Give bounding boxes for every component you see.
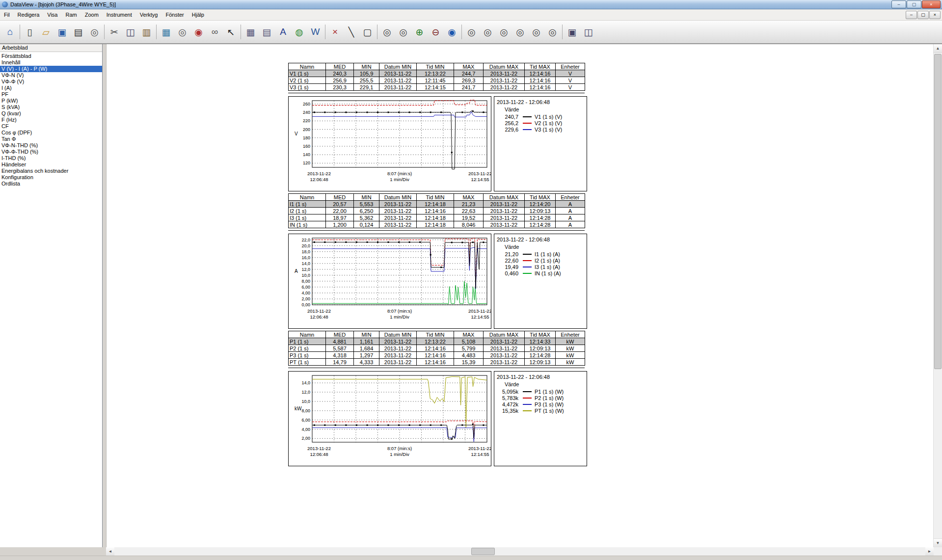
vertical-scrollbar[interactable]: ▲ ▼ bbox=[933, 44, 942, 547]
scroll-up-arrow[interactable]: ▲ bbox=[934, 44, 942, 53]
insert-report-button[interactable]: ▤ bbox=[259, 23, 275, 41]
delete-frame-button[interactable]: × bbox=[327, 23, 343, 41]
print-preview-button[interactable]: ◎ bbox=[86, 23, 103, 41]
horizontal-scrollbar[interactable] bbox=[114, 547, 925, 556]
worksheet-item-8[interactable]: P (kW) bbox=[0, 98, 102, 104]
worksheet-item-13[interactable]: Cos φ (DPF) bbox=[0, 130, 102, 136]
worksheet-item-10[interactable]: Q (kvar) bbox=[0, 110, 102, 117]
cut-button[interactable]: ✂ bbox=[106, 23, 122, 41]
table-row[interactable]: I1 (1 s)20,575,5532013-11-2212:14:1821,2… bbox=[289, 201, 585, 208]
table-cell: 12:14:28 bbox=[525, 352, 556, 359]
print-button[interactable]: ▤ bbox=[70, 23, 86, 41]
zoom-fit-button[interactable]: ◎ bbox=[512, 23, 528, 41]
mdi-minimize-button[interactable]: – bbox=[906, 11, 917, 19]
menu-item-6[interactable]: Instrument bbox=[103, 10, 136, 19]
select-arrow-button[interactable]: ↖ bbox=[223, 23, 239, 41]
menu-item-9[interactable]: Hjälp bbox=[188, 10, 208, 19]
zoom-next-button[interactable]: ◎ bbox=[480, 23, 496, 41]
worksheet-item-20[interactable]: Konfiguration bbox=[0, 174, 102, 181]
worksheet-item-19[interactable]: Energibalans och kostnader bbox=[0, 168, 102, 174]
zoom-1-to-1-button[interactable]: ◎ bbox=[496, 23, 512, 41]
table-cell: 2013-11-22 bbox=[379, 345, 417, 352]
worksheet-item-9[interactable]: S (kVA) bbox=[0, 104, 102, 110]
home-button[interactable]: ⌂ bbox=[2, 23, 18, 41]
table-row[interactable]: PT (1 s)14,794,3332013-11-2212:14:1615,3… bbox=[289, 359, 585, 366]
zoom-in-button[interactable]: ⊕ bbox=[411, 23, 428, 41]
table-cell: 2013-11-22 bbox=[484, 359, 525, 366]
zoom-all-button[interactable]: ◎ bbox=[544, 23, 561, 41]
worksheet-item-4[interactable]: VΦ-N (V) bbox=[0, 72, 102, 79]
menu-item-2[interactable]: Redigera bbox=[14, 10, 44, 19]
worksheet-item-14[interactable]: Tan Φ bbox=[0, 136, 102, 142]
table-cell: 241,7 bbox=[454, 84, 484, 91]
worksheet-item-17[interactable]: I-THD (%) bbox=[0, 155, 102, 161]
zoom-dynamic-button[interactable]: ◎ bbox=[395, 23, 411, 41]
minimize-button[interactable]: – bbox=[891, 0, 906, 8]
copy-button[interactable]: ◫ bbox=[122, 23, 138, 41]
table-row[interactable]: I2 (1 s)22,006,2502013-11-2212:14:1622,6… bbox=[289, 208, 585, 214]
insert-grid-button[interactable]: ▦ bbox=[242, 23, 259, 41]
table-row[interactable]: P1 (1 s)4,8811,1612013-11-2212:13:225,10… bbox=[289, 338, 585, 345]
worksheet-item-18[interactable]: Händelser bbox=[0, 161, 102, 168]
panel-splitter[interactable] bbox=[103, 44, 107, 547]
worksheet-item-11[interactable]: F (Hz) bbox=[0, 117, 102, 123]
cascade-windows-button[interactable]: ▣ bbox=[564, 23, 580, 41]
paste-button[interactable]: ▥ bbox=[138, 23, 155, 41]
table-row[interactable]: P2 (1 s)5,5871,6842013-11-2212:14:165,79… bbox=[289, 345, 585, 352]
worksheet-item-12[interactable]: CF bbox=[0, 123, 102, 130]
worksheet-item-21[interactable]: Ordlista bbox=[0, 181, 102, 187]
close-button[interactable]: × bbox=[922, 0, 941, 8]
menu-item-1[interactable]: Fil bbox=[0, 10, 14, 19]
legend-line-swatch bbox=[523, 410, 532, 411]
scroll-right-arrow[interactable]: ► bbox=[925, 547, 934, 556]
zoom-target-button[interactable]: ◉ bbox=[444, 23, 460, 41]
mdi-restore-button[interactable]: ▢ bbox=[917, 11, 929, 19]
crop-tool-button[interactable]: ▢ bbox=[359, 23, 376, 41]
insert-frame-button[interactable]: ▦ bbox=[158, 23, 174, 41]
table-row[interactable]: P3 (1 s)4,3181,2972013-11-2212:14:164,48… bbox=[289, 352, 585, 359]
scroll-down-arrow[interactable]: ▼ bbox=[934, 538, 942, 547]
menu-item-4[interactable]: Ram bbox=[61, 10, 81, 19]
new-document-button[interactable]: ▯ bbox=[22, 23, 38, 41]
worksheet-item-15[interactable]: VΦ-N-THD (%) bbox=[0, 142, 102, 149]
worksheet-item-5[interactable]: VΦ-Φ (V) bbox=[0, 79, 102, 85]
insert-image-button[interactable]: ◍ bbox=[291, 23, 307, 41]
save-button[interactable]: ▣ bbox=[54, 23, 70, 41]
zoom-box-button[interactable]: ◎ bbox=[379, 23, 395, 41]
table-row[interactable]: V1 (1 s)240,3105,92013-11-2212:13:22244,… bbox=[289, 70, 585, 77]
menu-item-5[interactable]: Zoom bbox=[81, 10, 103, 19]
menu-item-7[interactable]: Verktyg bbox=[136, 10, 162, 19]
worksheet-item-6[interactable]: I (A) bbox=[0, 85, 102, 91]
maximize-button[interactable]: ▢ bbox=[907, 0, 921, 8]
worksheet-item-16[interactable]: VΦ-Φ-THD (%) bbox=[0, 149, 102, 155]
scroll-left-arrow[interactable]: ◄ bbox=[106, 547, 114, 556]
worksheet-item-7[interactable]: PF bbox=[0, 91, 102, 98]
cut-icon: ✂ bbox=[110, 27, 118, 38]
table-row[interactable]: IN (1 s)1,2000,1242013-11-2212:14:188,04… bbox=[289, 221, 585, 228]
vertical-scroll-thumb[interactable] bbox=[934, 54, 942, 369]
insert-link-button[interactable]: ∞ bbox=[207, 23, 223, 41]
line-tool-button[interactable]: ╲ bbox=[343, 23, 359, 41]
insert-object-button[interactable]: ◉ bbox=[190, 23, 207, 41]
frame-preview-button[interactable]: ◎ bbox=[174, 23, 190, 41]
tile-windows-button[interactable]: ◫ bbox=[580, 23, 596, 41]
chart-v: 120140160180200220240260V2013-11-2212:06… bbox=[288, 96, 491, 191]
worksheet-item-1[interactable]: Försättsblad bbox=[0, 53, 102, 59]
table-row[interactable]: I3 (1 s)18,975,3622013-11-2212:14:1819,5… bbox=[289, 214, 585, 221]
menu-item-3[interactable]: Visa bbox=[43, 10, 61, 19]
zoom-previous-button[interactable]: ◎ bbox=[463, 23, 480, 41]
zoom-out-button[interactable]: ⊖ bbox=[428, 23, 444, 41]
insert-text-button[interactable]: A bbox=[275, 23, 291, 41]
table-row[interactable]: V3 (1 s)230,3229,12013-11-2212:14:15241,… bbox=[289, 84, 585, 91]
horizontal-scroll-thumb[interactable] bbox=[471, 548, 495, 555]
menu-item-8[interactable]: Fönster bbox=[161, 10, 188, 19]
window-controls: – ▢ × bbox=[891, 0, 941, 8]
word-export-button[interactable]: W bbox=[307, 23, 323, 41]
worksheet-item-2[interactable]: Innehåll bbox=[0, 59, 102, 66]
table-cell: 21,23 bbox=[454, 201, 484, 208]
table-row[interactable]: V2 (1 s)256,9255,52013-11-2212:11:45269,… bbox=[289, 77, 585, 84]
open-folder-button[interactable]: ▱ bbox=[38, 23, 54, 41]
mdi-close-button[interactable]: × bbox=[929, 11, 941, 19]
zoom-page-button[interactable]: ◎ bbox=[528, 23, 544, 41]
worksheet-item-3[interactable]: V (V) - I (A) - P (W) bbox=[0, 66, 102, 72]
